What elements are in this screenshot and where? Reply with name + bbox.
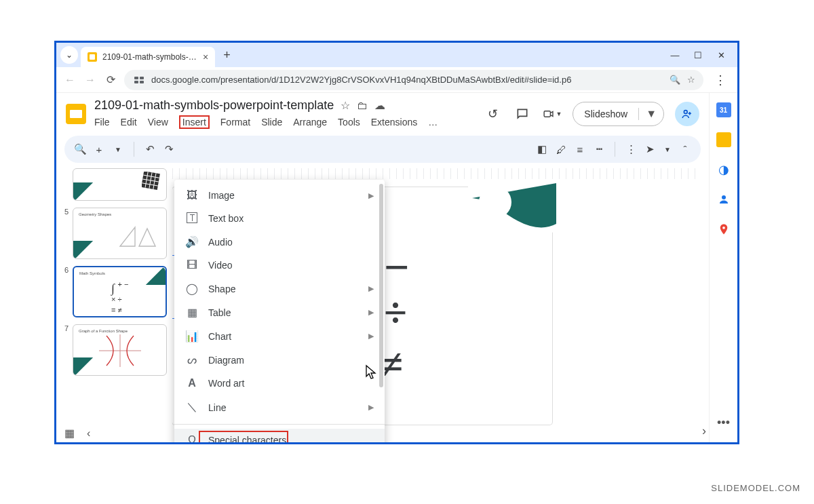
bookmark-icon[interactable]: ☆	[687, 75, 695, 85]
star-icon[interactable]: ☆	[341, 99, 350, 112]
thumb-number: 6	[62, 266, 69, 317]
minus-symbol[interactable]: −	[384, 241, 410, 293]
new-slide-dd-icon[interactable]: ▼	[112, 146, 124, 153]
calendar-icon[interactable]: 31	[716, 102, 731, 117]
slides-app: 2109-01-math-symbols-powerpoint-template…	[56, 93, 737, 442]
svg-rect-3	[140, 81, 144, 83]
slideshow-button[interactable]: Slideshow ▼	[573, 102, 664, 126]
menu-item-special-characters[interactable]: Ω Special characters	[174, 429, 385, 444]
menu-file[interactable]: File	[94, 115, 110, 129]
keep-icon[interactable]	[716, 132, 731, 147]
more-addons-icon[interactable]: •••	[716, 415, 731, 430]
menu-format[interactable]: Format	[220, 115, 250, 129]
browser-tab[interactable]: 2109-01-math-symbols-powerp ×	[81, 47, 215, 67]
thumbnail[interactable]: 7 Graph of a Function Shape	[62, 324, 167, 376]
chart-icon: 📊	[185, 330, 199, 343]
prev-slide-icon[interactable]: ‹	[87, 427, 90, 440]
maps-icon[interactable]	[716, 222, 731, 237]
menu-item-diagram[interactable]: ᔕDiagram	[174, 348, 385, 372]
meet-icon[interactable]: ▼	[543, 104, 562, 123]
zoom-icon[interactable]: 🔍	[670, 75, 680, 85]
menu-separator	[174, 424, 385, 425]
contacts-icon[interactable]	[716, 192, 731, 207]
slideshow-dropdown-icon[interactable]: ▼	[638, 108, 663, 120]
menu-edit[interactable]: Edit	[121, 115, 137, 129]
slides-favicon-icon	[88, 52, 97, 62]
menu-view[interactable]: View	[148, 115, 168, 129]
pointer-dd-icon[interactable]: ▼	[661, 146, 674, 153]
move-icon[interactable]: 🗀	[357, 100, 368, 112]
divide-symbol[interactable]: ÷	[384, 289, 407, 337]
show-side-panel-icon[interactable]: ›	[702, 424, 706, 438]
line-icon: ＼	[185, 400, 199, 414]
tasks-icon[interactable]: ◑	[716, 162, 731, 177]
thumb-number: 5	[62, 208, 69, 259]
svg-point-17	[479, 186, 511, 218]
border-dash-icon[interactable]: ┅	[593, 143, 605, 155]
menu-insert[interactable]: Insert	[179, 115, 210, 129]
close-tab-icon[interactable]: ×	[203, 52, 208, 62]
undo-icon[interactable]: ↶	[144, 143, 156, 155]
menu-item-chart[interactable]: 📊Chart▶	[174, 324, 385, 348]
browser-menu-icon[interactable]: ⋮	[710, 73, 731, 88]
border-weight-icon[interactable]: ≡	[574, 144, 586, 155]
menu-tools[interactable]: Tools	[338, 115, 360, 129]
menu-more[interactable]: …	[428, 115, 438, 129]
slide-corner-decoration-icon	[468, 183, 556, 244]
menu-item-image[interactable]: 🖼Image▶	[174, 184, 385, 207]
slides-logo-icon[interactable]	[66, 104, 86, 124]
new-tab-button[interactable]: +	[218, 48, 236, 62]
back-button[interactable]: ←	[63, 74, 77, 86]
svg-marker-13	[120, 227, 135, 246]
menu-item-video[interactable]: 🎞Video	[174, 254, 385, 277]
forward-button[interactable]: →	[83, 74, 97, 86]
menu-item-textbox[interactable]: 🅃Text box	[174, 207, 385, 230]
url-text: docs.google.com/presentation/d/1D12V2W2Y…	[151, 75, 571, 85]
svg-point-5	[684, 110, 687, 113]
comments-icon[interactable]	[513, 104, 532, 123]
search-menus-icon[interactable]: 🔍	[74, 143, 86, 155]
window-controls: — ☐ ✕	[670, 50, 733, 60]
hide-menus-icon[interactable]: ˆ	[679, 144, 691, 155]
svg-rect-1	[140, 77, 144, 79]
cloud-status-icon[interactable]: ☁	[374, 99, 385, 112]
border-color-icon[interactable]: 🖊	[555, 144, 567, 155]
svg-rect-4	[544, 111, 550, 117]
new-slide-icon[interactable]: +	[93, 144, 105, 155]
pointer-mode-icon[interactable]: ➤	[644, 143, 656, 155]
doc-title[interactable]: 2109-01-math-symbols-powerpoint-template	[94, 98, 334, 113]
menubar: File Edit View Insert Format Slide Arran…	[94, 114, 438, 129]
redo-icon[interactable]: ↷	[163, 143, 175, 155]
svg-point-18	[722, 195, 726, 199]
history-icon[interactable]: ↺	[483, 104, 502, 123]
close-window-button[interactable]: ✕	[716, 50, 726, 60]
menu-extensions[interactable]: Extensions	[371, 115, 417, 129]
grid-view-icon[interactable]: ▦	[64, 427, 75, 440]
site-settings-icon[interactable]	[132, 73, 146, 87]
minimize-button[interactable]: —	[670, 50, 680, 60]
wordart-icon: A	[185, 377, 199, 389]
thumbnail[interactable]: 5 Geometry Shapes	[62, 208, 167, 259]
fill-color-icon[interactable]: ◧	[536, 143, 548, 155]
menu-slide[interactable]: Slide	[261, 115, 282, 129]
submenu-arrow-icon: ▶	[368, 191, 374, 200]
menu-item-table[interactable]: ▦Table▶	[174, 301, 385, 324]
bottom-bar: ▦ ‹	[64, 427, 90, 440]
menu-arrange[interactable]: Arrange	[293, 115, 327, 129]
share-button[interactable]	[675, 102, 699, 126]
more-toolbar-icon[interactable]: ⋮	[625, 143, 637, 155]
tab-search-button[interactable]: ⌄	[60, 46, 78, 64]
menu-item-line[interactable]: ＼Line▶	[174, 395, 385, 420]
submenu-arrow-icon: ▶	[368, 403, 374, 412]
menu-item-wordart[interactable]: AWord art	[174, 372, 385, 395]
slide-thumbnails: 5 Geometry Shapes 6 Math Symbols ∫ + −	[62, 168, 167, 442]
url-field[interactable]: docs.google.com/presentation/d/1D12V2W2Y…	[124, 70, 703, 90]
reload-button[interactable]: ⟳	[104, 73, 117, 86]
thumbnail[interactable]	[62, 168, 167, 201]
menu-item-audio[interactable]: 🔊Audio	[174, 230, 385, 254]
tab-title: 2109-01-math-symbols-powerp	[102, 52, 197, 62]
thumbnail-selected[interactable]: 6 Math Symbols ∫ + − × ÷ = ≠	[62, 266, 167, 317]
maximize-button[interactable]: ☐	[693, 50, 703, 60]
menu-item-shape[interactable]: ◯Shape▶	[174, 277, 385, 301]
horizontal-ruler	[172, 168, 698, 179]
